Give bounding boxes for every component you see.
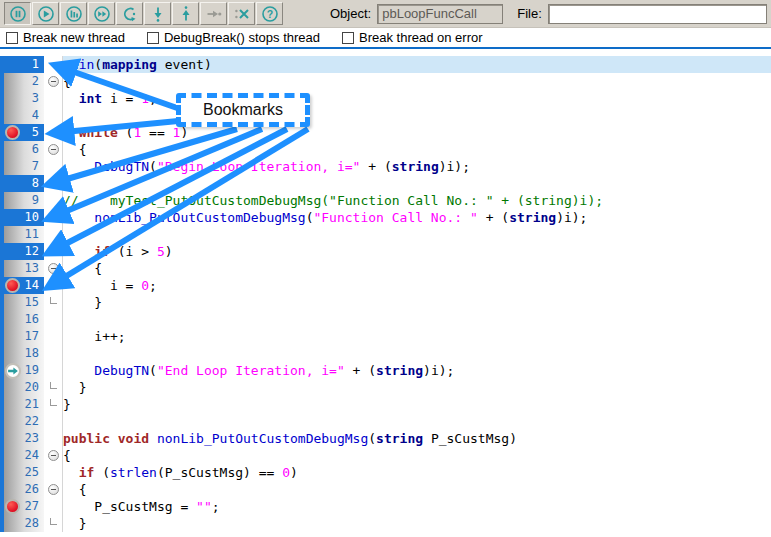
- fold-column: [44, 294, 63, 311]
- line-number[interactable]: 28: [0, 515, 44, 532]
- line-number[interactable]: 22: [0, 413, 44, 430]
- fold-end-mark: [50, 297, 57, 304]
- line-number[interactable]: 2: [0, 73, 44, 90]
- checkbox-box[interactable]: [6, 32, 18, 44]
- line-number[interactable]: 12: [0, 243, 44, 260]
- line-number[interactable]: 24: [0, 447, 44, 464]
- line-number[interactable]: 14: [0, 277, 44, 294]
- step-into-button[interactable]: [144, 2, 171, 25]
- dotted-x-icon: [233, 5, 251, 23]
- breakpoint-icon[interactable]: [4, 124, 21, 141]
- line-number[interactable]: 23: [0, 430, 44, 447]
- code-text[interactable]: {: [63, 447, 771, 464]
- fold-column: [44, 379, 63, 396]
- code-text[interactable]: DebugTN("End Loop Iteration, i=" + (stri…: [63, 362, 771, 379]
- object-label: Object:: [330, 6, 371, 21]
- code-text[interactable]: P_sCustMsg = "";: [63, 498, 771, 515]
- fold-toggle-icon[interactable]: [48, 263, 59, 274]
- code-text[interactable]: if (strlen(P_sCustMsg) == 0): [63, 464, 771, 481]
- code-text[interactable]: i++;: [63, 328, 771, 345]
- code-text[interactable]: i = 0;: [63, 277, 771, 294]
- help-button[interactable]: ?: [256, 2, 283, 25]
- code-text[interactable]: }: [63, 294, 771, 311]
- checkbox-label: DebugBreak() stops thread: [164, 30, 320, 45]
- code-text[interactable]: {: [63, 73, 771, 90]
- fold-end-mark: [50, 382, 57, 389]
- line-number[interactable]: 20: [0, 379, 44, 396]
- animate-button[interactable]: [60, 2, 87, 25]
- fast-forward-button[interactable]: [88, 2, 115, 25]
- line-number[interactable]: 3: [0, 90, 44, 107]
- line-number[interactable]: 8: [0, 175, 44, 192]
- fold-column: [44, 73, 63, 90]
- code-text[interactable]: }: [63, 515, 771, 532]
- code-text[interactable]: {: [63, 260, 771, 277]
- code-text[interactable]: [63, 413, 771, 430]
- break-button[interactable]: [4, 2, 31, 25]
- line-number[interactable]: 10: [0, 209, 44, 226]
- code-text[interactable]: DebugTN("Begin Loop Iteration, i=" + (st…: [63, 158, 771, 175]
- line-number[interactable]: 26: [0, 481, 44, 498]
- question-circle-icon: ?: [261, 5, 279, 23]
- code-line: 12 if (i > 5): [0, 243, 771, 260]
- line-number[interactable]: 7: [0, 158, 44, 175]
- code-text[interactable]: }: [63, 379, 771, 396]
- code-editor[interactable]: 1main(mapping event)2{3 int i = 1;45 whi…: [0, 49, 771, 536]
- fast-forward-circle-icon: [93, 5, 111, 23]
- code-text[interactable]: int i = 1;: [63, 90, 771, 107]
- code-text[interactable]: }: [63, 396, 771, 413]
- line-number[interactable]: 18: [0, 345, 44, 362]
- line-number[interactable]: 13: [0, 260, 44, 277]
- code-text[interactable]: // myTest_PutOutCustomDebugMsg("Function…: [63, 192, 771, 209]
- continue-button[interactable]: [32, 2, 59, 25]
- line-number[interactable]: 4: [0, 107, 44, 124]
- run-to-cursor-button[interactable]: [200, 2, 227, 25]
- code-text[interactable]: while (1 == 1): [63, 124, 771, 141]
- line-number[interactable]: 21: [0, 396, 44, 413]
- line-number[interactable]: 6: [0, 141, 44, 158]
- step-out-button[interactable]: [172, 2, 199, 25]
- code-text[interactable]: [63, 107, 771, 124]
- line-number[interactable]: 19: [0, 362, 44, 379]
- code-text[interactable]: {: [63, 141, 771, 158]
- code-text[interactable]: [63, 311, 771, 328]
- checkbox-debugbreak-stops-thread[interactable]: DebugBreak() stops thread: [147, 30, 320, 45]
- restart-button[interactable]: [116, 2, 143, 25]
- clear-breakpoints-button[interactable]: [228, 2, 255, 25]
- line-number[interactable]: 9: [0, 192, 44, 209]
- code-line: 25 if (strlen(P_sCustMsg) == 0): [0, 464, 771, 481]
- line-number[interactable]: 16: [0, 311, 44, 328]
- fold-column: [44, 362, 63, 379]
- file-field[interactable]: [548, 4, 767, 24]
- fold-column: [44, 226, 63, 243]
- code-text[interactable]: main(mapping event): [63, 56, 771, 73]
- checkbox-box[interactable]: [147, 32, 159, 44]
- fold-column: [44, 175, 63, 192]
- checkbox-break-new-thread[interactable]: Break new thread: [6, 30, 125, 45]
- code-text[interactable]: if (i > 5): [63, 243, 771, 260]
- code-text[interactable]: {: [63, 481, 771, 498]
- object-field[interactable]: [377, 4, 503, 24]
- code-line: 10 nonLib_PutOutCustomDebugMsg("Function…: [0, 209, 771, 226]
- code-text[interactable]: [63, 175, 771, 192]
- line-number[interactable]: 27: [0, 498, 44, 515]
- code-text[interactable]: nonLib_PutOutCustomDebugMsg("Function Ca…: [63, 209, 771, 226]
- fold-toggle-icon[interactable]: [48, 484, 59, 495]
- line-number[interactable]: 15: [0, 294, 44, 311]
- line-number[interactable]: 1: [0, 56, 44, 73]
- line-number[interactable]: 5: [0, 124, 44, 141]
- code-text[interactable]: [63, 226, 771, 243]
- checkbox-box[interactable]: [342, 32, 354, 44]
- code-text[interactable]: [63, 345, 771, 362]
- line-number[interactable]: 25: [0, 464, 44, 481]
- fold-toggle-icon[interactable]: [48, 144, 59, 155]
- code-text[interactable]: public void nonLib_PutOutCustomDebugMsg(…: [63, 430, 771, 447]
- line-number[interactable]: 11: [0, 226, 44, 243]
- line-number[interactable]: 17: [0, 328, 44, 345]
- checkbox-break-thread-on-error[interactable]: Break thread on error: [342, 30, 483, 45]
- breakpoint-icon[interactable]: [4, 498, 21, 515]
- fold-toggle-icon[interactable]: [48, 450, 59, 461]
- breakpoint-icon[interactable]: [4, 277, 21, 294]
- fold-toggle-icon[interactable]: [48, 76, 59, 87]
- code-line: 17 i++;: [0, 328, 771, 345]
